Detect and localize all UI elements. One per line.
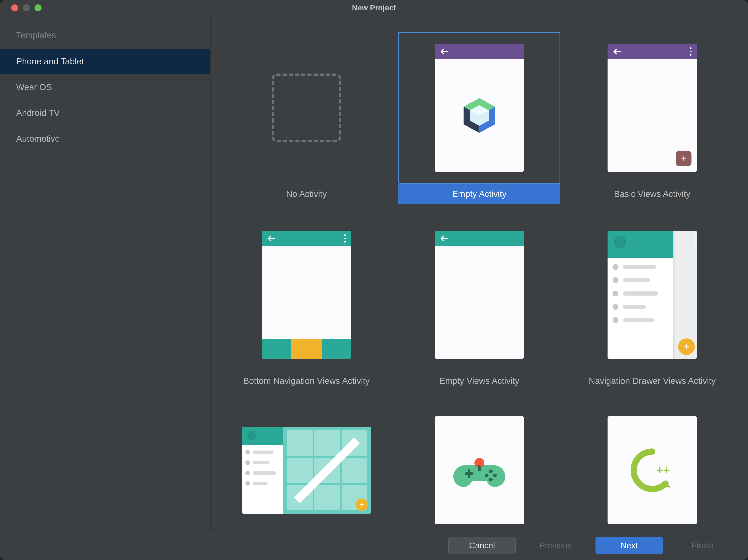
cancel-button[interactable]: Cancel bbox=[448, 537, 516, 554]
phone-preview: + bbox=[608, 44, 697, 172]
sidebar-item-label: Automotive bbox=[16, 134, 60, 144]
template-thumbnail bbox=[398, 406, 560, 531]
template-card-empty-activity[interactable]: Empty Activity bbox=[398, 32, 560, 204]
svg-point-14 bbox=[489, 478, 493, 482]
sidebar-item-automotive[interactable]: Automotive bbox=[0, 126, 210, 152]
fab-icon: + bbox=[676, 151, 692, 166]
svg-rect-16 bbox=[478, 465, 481, 471]
preview-body: ++ bbox=[608, 416, 697, 524]
previous-button: Previous bbox=[522, 537, 589, 554]
new-project-window: New Project Templates Phone and Tablet W… bbox=[0, 0, 748, 560]
responsive-grid-icon: + bbox=[283, 427, 371, 514]
template-card-responsive-views[interactable]: + bbox=[226, 406, 388, 531]
template-label: Navigation Drawer Views Activity bbox=[571, 370, 733, 391]
sidebar-item-phone-tablet[interactable]: Phone and Tablet bbox=[0, 49, 210, 74]
cpp-icon: ++ bbox=[629, 447, 675, 493]
template-thumbnail: + bbox=[571, 219, 733, 370]
phone-preview bbox=[435, 44, 524, 172]
template-label: Empty Activity bbox=[398, 184, 560, 204]
template-card-empty-views-activity[interactable]: Empty Views Activity bbox=[398, 219, 560, 391]
preview-body bbox=[435, 59, 524, 172]
overflow-menu-icon bbox=[344, 234, 346, 243]
template-grid: No Activity bbox=[211, 16, 748, 531]
dialog-body: Templates Phone and Tablet Wear OS Andro… bbox=[0, 16, 748, 531]
template-thumbnail bbox=[226, 32, 388, 184]
template-card-no-activity[interactable]: No Activity bbox=[226, 32, 388, 204]
navigation-drawer-icon bbox=[608, 231, 673, 359]
template-card-game-activity[interactable] bbox=[398, 406, 560, 531]
compose-logo-icon bbox=[460, 96, 499, 135]
sidebar-item-label: Phone and Tablet bbox=[16, 56, 84, 67]
sidebar-item-wear-os[interactable]: Wear OS bbox=[0, 74, 210, 100]
avatar-icon bbox=[247, 431, 256, 440]
wizard-footer: Cancel Previous Next Finish bbox=[0, 531, 748, 560]
window-title: New Project bbox=[0, 3, 748, 12]
phone-preview: + bbox=[242, 427, 371, 514]
finish-button: Finish bbox=[669, 537, 737, 554]
back-arrow-icon bbox=[267, 234, 276, 243]
template-thumbnail: ++ bbox=[571, 406, 733, 531]
bottom-nav-icon bbox=[262, 339, 351, 359]
template-thumbnail bbox=[398, 219, 560, 370]
preview-body bbox=[435, 416, 524, 524]
preview-body bbox=[435, 246, 524, 359]
back-arrow-icon bbox=[440, 47, 449, 56]
sidebar-item-android-tv[interactable]: Android TV bbox=[0, 100, 210, 126]
template-thumbnail: + bbox=[226, 406, 388, 531]
title-bar: New Project bbox=[0, 0, 748, 16]
svg-point-11 bbox=[489, 469, 493, 473]
sidebar-item-label: Android TV bbox=[16, 108, 60, 118]
phone-preview: ++ bbox=[608, 416, 697, 524]
template-label: No Activity bbox=[226, 184, 388, 204]
window-controls bbox=[0, 4, 42, 11]
template-thumbnail: + bbox=[571, 32, 733, 184]
phone-preview bbox=[435, 416, 524, 524]
template-category-sidebar: Templates Phone and Tablet Wear OS Andro… bbox=[0, 16, 211, 531]
minimize-icon bbox=[23, 4, 30, 11]
svg-point-12 bbox=[493, 473, 497, 477]
template-label: Basic Views Activity bbox=[571, 184, 733, 204]
template-thumbnail bbox=[398, 32, 560, 184]
template-label: Bottom Navigation Views Activity bbox=[226, 370, 388, 391]
preview-app-bar bbox=[608, 44, 697, 59]
template-gallery: No Activity bbox=[211, 16, 748, 531]
sidebar-item-label: Wear OS bbox=[16, 82, 52, 92]
svg-text:++: ++ bbox=[656, 463, 670, 477]
sidebar-heading: Templates bbox=[0, 30, 210, 49]
template-card-native-cpp[interactable]: ++ bbox=[571, 406, 733, 531]
phone-preview bbox=[262, 231, 351, 359]
template-card-basic-views-activity[interactable]: + Basic Views Activity bbox=[571, 32, 733, 204]
preview-app-bar bbox=[435, 231, 524, 246]
game-controller-icon bbox=[453, 453, 505, 488]
template-card-bottom-navigation[interactable]: Bottom Navigation Views Activity bbox=[226, 219, 388, 391]
svg-point-13 bbox=[485, 473, 489, 477]
fab-icon: + bbox=[678, 338, 695, 355]
template-card-navigation-drawer[interactable]: + Navigation Drawer Views Activity bbox=[571, 219, 733, 391]
svg-rect-10 bbox=[468, 469, 470, 478]
phone-preview: + bbox=[608, 231, 697, 359]
close-icon[interactable] bbox=[11, 4, 18, 11]
overflow-menu-icon bbox=[695, 236, 697, 244]
overflow-menu-icon bbox=[690, 47, 692, 56]
empty-placeholder-icon bbox=[272, 74, 341, 142]
next-button[interactable]: Next bbox=[595, 537, 663, 554]
template-thumbnail bbox=[226, 219, 388, 370]
back-arrow-icon bbox=[440, 234, 449, 243]
preview-app-bar bbox=[435, 44, 524, 59]
template-label: Empty Views Activity bbox=[398, 370, 560, 391]
phone-preview bbox=[435, 231, 524, 359]
back-arrow-icon bbox=[613, 47, 622, 56]
preview-app-bar bbox=[262, 231, 351, 246]
zoom-icon[interactable] bbox=[34, 4, 42, 11]
avatar-icon bbox=[614, 236, 626, 248]
resize-arrow-icon bbox=[287, 431, 367, 510]
fab-icon: + bbox=[355, 498, 368, 511]
